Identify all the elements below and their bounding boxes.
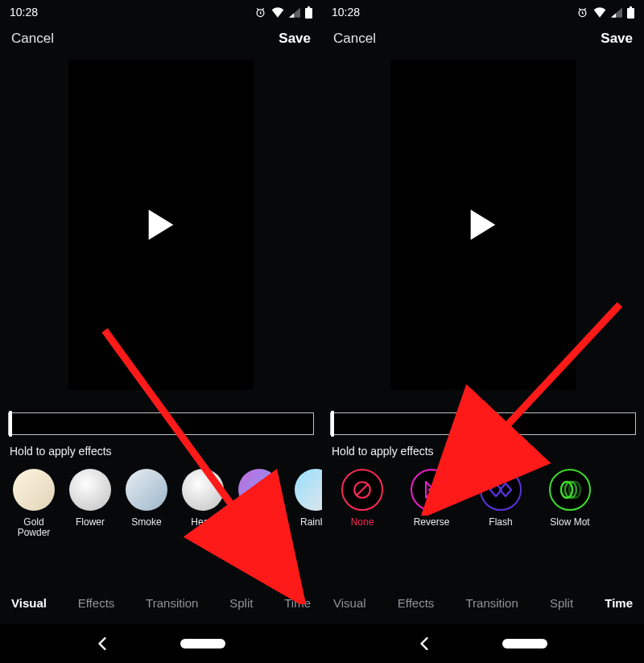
- status-icons: [576, 6, 634, 19]
- effects-strip: NoneReverseFlashSlow Mot: [322, 466, 644, 538]
- effect-heart[interactable]: Heart: [180, 469, 225, 538]
- reverse-icon[interactable]: [411, 469, 452, 511]
- category-tabs: VisualEffectsTransitionSplitTime: [322, 586, 644, 621]
- effects-strip: Gold PowderFlowerSmokeHeartNeonRainbo: [0, 466, 322, 538]
- effect-label: Reverse: [414, 517, 450, 538]
- effect-thumb[interactable]: [238, 469, 280, 511]
- effect-label: Smoke: [131, 517, 161, 538]
- cancel-button[interactable]: Cancel: [333, 31, 376, 47]
- timeline[interactable]: [330, 412, 636, 435]
- effect-label: Slow Mot: [550, 517, 589, 538]
- tab-visual[interactable]: Visual: [11, 596, 47, 610]
- flash-icon[interactable]: [480, 469, 522, 511]
- none-icon[interactable]: [341, 469, 383, 511]
- effect-neon[interactable]: Neon: [237, 469, 282, 538]
- timeline[interactable]: [8, 412, 314, 435]
- effect-rainbow[interactable]: Rainbo: [293, 469, 322, 538]
- svg-line-8: [356, 483, 368, 495]
- cancel-button[interactable]: Cancel: [11, 31, 54, 47]
- wifi-icon: [593, 6, 606, 18]
- effect-thumb[interactable]: [182, 469, 224, 511]
- effect-thumb[interactable]: [295, 469, 322, 511]
- effect-label: Gold Powder: [18, 517, 51, 538]
- header: Cancel Save: [322, 24, 644, 52]
- status-bar: 10:28: [322, 0, 644, 24]
- tab-effects[interactable]: Effects: [78, 596, 115, 610]
- effect-label: Heart: [191, 517, 214, 538]
- android-nav: [322, 624, 644, 663]
- svg-rect-1: [308, 6, 310, 8]
- video-preview[interactable]: [390, 60, 576, 390]
- screenshot-left: 10:28 Cancel Save Hold to apply effects …: [0, 0, 322, 663]
- apply-hint: Hold to apply effects: [322, 435, 644, 466]
- effect-none[interactable]: None: [340, 469, 385, 538]
- nav-home-pill[interactable]: [180, 639, 225, 648]
- status-icons: [254, 6, 312, 19]
- slow-motion-icon[interactable]: [549, 469, 591, 511]
- nav-home-pill[interactable]: [502, 639, 547, 648]
- wifi-icon: [271, 6, 284, 18]
- header: Cancel Save: [0, 24, 322, 52]
- status-time: 10:28: [10, 6, 38, 19]
- signal-icon: [611, 7, 622, 18]
- effect-label: None: [351, 517, 374, 538]
- nav-back-icon[interactable]: [419, 637, 430, 650]
- play-icon[interactable]: [469, 209, 497, 241]
- tab-effects[interactable]: Effects: [398, 596, 435, 610]
- effect-flash[interactable]: Flash: [478, 469, 523, 538]
- effect-label: Flower: [76, 517, 105, 538]
- tab-transition[interactable]: Transition: [465, 596, 518, 610]
- svg-rect-6: [627, 8, 634, 19]
- tab-split[interactable]: Split: [550, 596, 573, 610]
- battery-icon: [627, 6, 634, 19]
- effect-reverse[interactable]: Reverse: [409, 469, 454, 538]
- save-button[interactable]: Save: [279, 31, 311, 47]
- battery-icon: [305, 6, 312, 19]
- effect-flower[interactable]: Flower: [68, 469, 113, 538]
- status-bar: 10:28: [0, 0, 322, 24]
- save-button[interactable]: Save: [601, 31, 633, 47]
- effect-slow-motion[interactable]: Slow Mot: [547, 469, 592, 538]
- effect-label: Neon: [248, 517, 271, 538]
- svg-rect-2: [305, 8, 312, 19]
- svg-rect-5: [630, 6, 632, 8]
- nav-back-icon[interactable]: [97, 637, 108, 650]
- effect-thumb[interactable]: [69, 469, 111, 511]
- effect-thumb[interactable]: [126, 469, 167, 511]
- category-tabs: VisualEffectsTransitionSplitTime: [0, 586, 322, 621]
- tab-time[interactable]: Time: [284, 596, 311, 610]
- effect-smoke[interactable]: Smoke: [124, 469, 169, 538]
- signal-icon: [289, 7, 300, 18]
- tab-time[interactable]: Time: [605, 596, 633, 610]
- video-preview[interactable]: [68, 60, 254, 390]
- alarm-icon: [254, 6, 266, 19]
- timeline-cursor[interactable]: [331, 411, 334, 437]
- tab-transition[interactable]: Transition: [146, 596, 198, 610]
- effect-thumb[interactable]: [13, 469, 55, 511]
- apply-hint: Hold to apply effects: [0, 435, 322, 466]
- android-nav: [0, 624, 322, 663]
- effect-label: Flash: [489, 517, 512, 538]
- status-time: 10:28: [332, 6, 360, 19]
- alarm-icon: [576, 6, 588, 19]
- play-icon[interactable]: [147, 209, 175, 241]
- tab-split[interactable]: Split: [229, 596, 253, 610]
- effect-label: Rainbo: [300, 517, 322, 538]
- effect-gold-powder[interactable]: Gold Powder: [11, 469, 56, 538]
- timeline-cursor[interactable]: [9, 411, 12, 437]
- tab-visual[interactable]: Visual: [333, 596, 366, 610]
- screenshot-right: 10:28 Cancel Save Hold to apply effects …: [322, 0, 644, 663]
